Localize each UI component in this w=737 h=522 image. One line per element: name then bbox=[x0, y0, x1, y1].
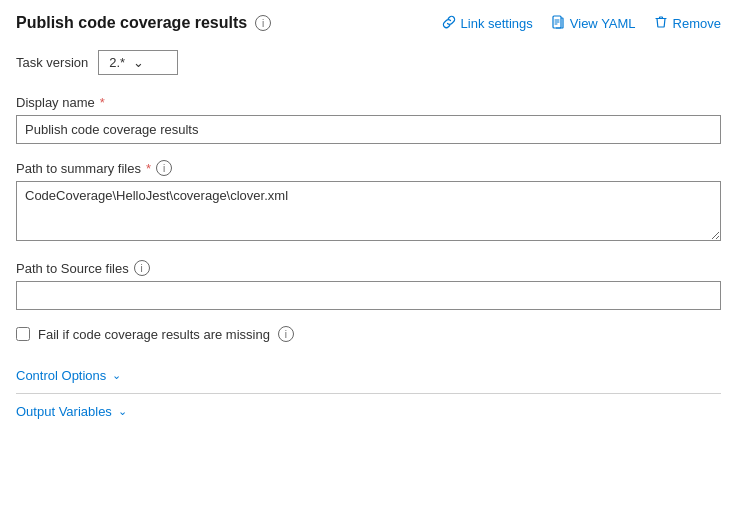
fail-missing-checkbox-row: Fail if code coverage results are missin… bbox=[16, 326, 721, 342]
display-name-field-group: Display name * bbox=[16, 95, 721, 144]
output-variables-chevron-down-icon: ⌄ bbox=[118, 405, 127, 418]
path-source-input[interactable] bbox=[16, 281, 721, 310]
view-yaml-button[interactable]: View YAML bbox=[551, 15, 636, 32]
link-settings-label: Link settings bbox=[461, 16, 533, 31]
header-info-icon[interactable]: i bbox=[255, 15, 271, 31]
path-summary-field-group: Path to summary files * i CodeCoverage\H… bbox=[16, 160, 721, 244]
view-yaml-label: View YAML bbox=[570, 16, 636, 31]
path-source-info-icon[interactable]: i bbox=[134, 260, 150, 276]
main-container: Publish code coverage results i Link set… bbox=[0, 0, 737, 443]
path-source-label: Path to Source files i bbox=[16, 260, 721, 276]
page-title: Publish code coverage results bbox=[16, 14, 247, 32]
link-settings-icon bbox=[442, 15, 456, 32]
path-summary-input[interactable]: CodeCoverage\HelloJest\coverage\clover.x… bbox=[16, 181, 721, 241]
path-summary-label: Path to summary files * i bbox=[16, 160, 721, 176]
output-variables-section: Output Variables ⌄ bbox=[16, 394, 721, 429]
control-options-section: Control Options ⌄ bbox=[16, 358, 721, 394]
fail-missing-info-icon[interactable]: i bbox=[278, 326, 294, 342]
output-variables-header[interactable]: Output Variables ⌄ bbox=[16, 404, 721, 419]
remove-label: Remove bbox=[673, 16, 721, 31]
display-name-required: * bbox=[100, 95, 105, 110]
task-version-value: 2.* bbox=[109, 55, 125, 70]
control-options-header[interactable]: Control Options ⌄ bbox=[16, 368, 721, 383]
header-left: Publish code coverage results i bbox=[16, 14, 271, 32]
remove-icon bbox=[654, 15, 668, 32]
link-settings-button[interactable]: Link settings bbox=[442, 15, 533, 32]
page-header: Publish code coverage results i Link set… bbox=[16, 14, 721, 32]
output-variables-title: Output Variables bbox=[16, 404, 112, 419]
task-version-select[interactable]: 2.* ⌄ bbox=[98, 50, 178, 75]
version-chevron-down-icon: ⌄ bbox=[133, 55, 144, 70]
task-version-label: Task version bbox=[16, 55, 88, 70]
fail-missing-label[interactable]: Fail if code coverage results are missin… bbox=[38, 327, 270, 342]
view-yaml-icon bbox=[551, 15, 565, 32]
path-source-field-group: Path to Source files i bbox=[16, 260, 721, 310]
path-summary-info-icon[interactable]: i bbox=[156, 160, 172, 176]
control-options-chevron-down-icon: ⌄ bbox=[112, 369, 121, 382]
control-options-title: Control Options bbox=[16, 368, 106, 383]
display-name-input[interactable] bbox=[16, 115, 721, 144]
remove-button[interactable]: Remove bbox=[654, 15, 721, 32]
fail-missing-checkbox[interactable] bbox=[16, 327, 30, 341]
display-name-label: Display name * bbox=[16, 95, 721, 110]
header-actions: Link settings View YAML bbox=[442, 15, 721, 32]
task-version-row: Task version 2.* ⌄ bbox=[16, 50, 721, 75]
path-summary-required: * bbox=[146, 161, 151, 176]
